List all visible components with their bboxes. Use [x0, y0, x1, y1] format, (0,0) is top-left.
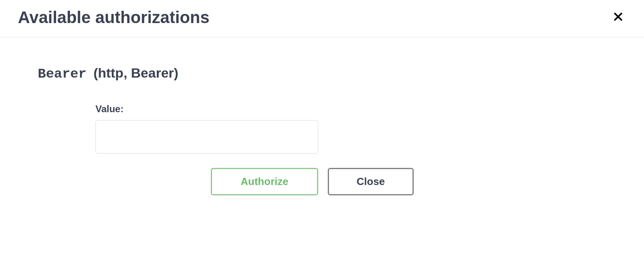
authorization-modal: Available authorizations Bearer (http, B…	[0, 0, 644, 211]
value-label: Value:	[95, 103, 606, 115]
modal-body: Bearer (http, Bearer) Value: Authorize C…	[0, 37, 644, 211]
close-button[interactable]: Close	[328, 168, 414, 195]
auth-scheme-type: (http, Bearer)	[93, 65, 178, 80]
close-icon[interactable]	[610, 10, 626, 25]
modal-title: Available authorizations	[18, 8, 210, 27]
auth-form: Value: Authorize Close	[38, 103, 606, 195]
authorize-button[interactable]: Authorize	[211, 168, 318, 195]
auth-scheme-title: Bearer (http, Bearer)	[38, 65, 606, 82]
auth-scheme-name: Bearer	[38, 66, 86, 82]
modal-header: Available authorizations	[0, 0, 644, 37]
button-row: Authorize Close	[95, 168, 606, 195]
value-input[interactable]	[95, 120, 318, 154]
